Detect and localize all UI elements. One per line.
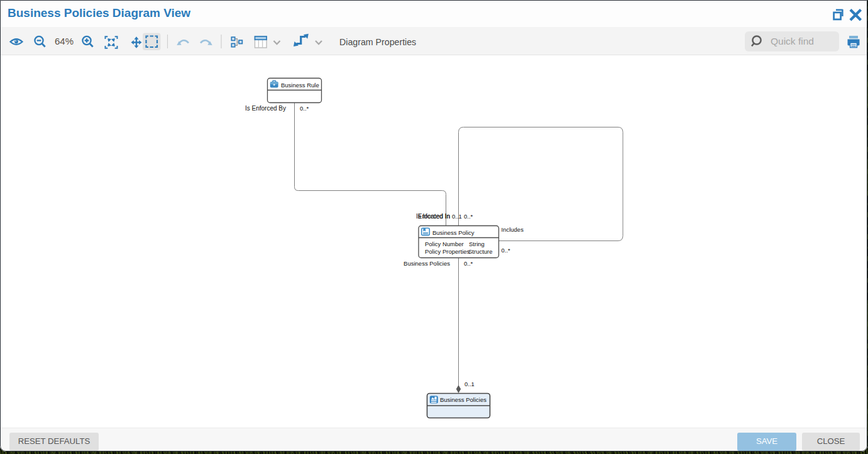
svg-text:Includes: Includes: [502, 226, 524, 233]
svg-text:Structure: Structure: [468, 248, 493, 255]
svg-text:Business Policies: Business Policies: [440, 396, 486, 403]
svg-text:0..*: 0..*: [502, 247, 511, 254]
svg-text:String: String: [469, 241, 485, 247]
svg-text:Policy Properties: Policy Properties: [425, 248, 470, 255]
svg-text:0..*: 0..*: [300, 105, 309, 112]
svg-text:Policy Number: Policy Number: [425, 241, 464, 247]
svg-text:Is located In: Is located In: [416, 213, 450, 220]
svg-text:Business Policies: Business Policies: [404, 260, 450, 267]
svg-text:0..1: 0..1: [452, 213, 462, 220]
svg-text:Business Rule: Business Rule: [281, 82, 319, 89]
svg-text:0..*: 0..*: [464, 213, 473, 220]
svg-text:Business Policy: Business Policy: [432, 229, 475, 236]
svg-text:0..1: 0..1: [464, 381, 475, 387]
svg-text:0..*: 0..*: [464, 260, 473, 267]
svg-text:Is Enforced By: Is Enforced By: [245, 105, 286, 112]
